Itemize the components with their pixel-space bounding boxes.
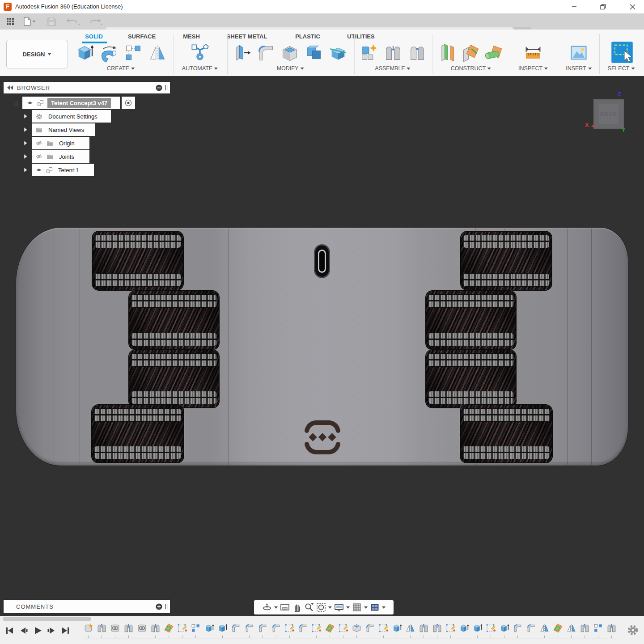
timeline-feature-extrude[interactable] — [216, 623, 229, 638]
offset-plane-icon[interactable] — [437, 43, 457, 63]
timeline-feature-sketch[interactable] — [336, 623, 350, 638]
model-device-body[interactable] — [16, 228, 628, 466]
radio-target-icon[interactable] — [125, 99, 132, 106]
split-body-icon[interactable] — [328, 43, 348, 63]
group-create[interactable]: CREATE — [107, 65, 135, 72]
viewcube[interactable]: BACK — [593, 99, 624, 129]
close-button[interactable] — [623, 0, 642, 13]
expand-caret-icon[interactable] — [23, 167, 28, 173]
chevron-down-icon[interactable] — [382, 606, 386, 609]
group-automate[interactable]: AUTOMATE — [182, 65, 218, 72]
grip-pad-right-mid-upper[interactable] — [426, 291, 516, 349]
timeline-feature-fillet[interactable] — [269, 623, 283, 638]
timeline-feature-mirror[interactable] — [538, 623, 551, 638]
step-forward-icon[interactable] — [46, 625, 57, 636]
group-assemble[interactable]: ASSEMBLE — [375, 65, 410, 72]
grip-pad-right-mid-lower[interactable] — [426, 350, 516, 407]
comments-panel-header[interactable]: COMMENTS — [4, 600, 170, 613]
grip-pad-right-bottom[interactable] — [461, 405, 552, 462]
zoom-icon[interactable] — [304, 602, 314, 612]
timeline-feature-fillet[interactable] — [524, 623, 538, 638]
expand-caret-icon[interactable] — [23, 140, 28, 146]
timeline-feature-mirror[interactable] — [403, 623, 417, 638]
group-select[interactable]: SELECT — [608, 65, 635, 72]
joint-icon[interactable] — [383, 43, 403, 63]
group-inspect[interactable]: INSPECT — [518, 65, 548, 72]
grip-pad-left-mid-lower[interactable] — [129, 350, 219, 407]
timeline-feature-joint[interactable] — [122, 623, 135, 638]
timeline-feature-rigid-group[interactable] — [135, 623, 148, 638]
timeline-feature-extrude[interactable] — [497, 623, 511, 638]
tab-utilities[interactable]: UTILITIES — [347, 33, 374, 40]
timeline-feature-joint[interactable] — [430, 623, 444, 638]
fillet-icon[interactable] — [256, 43, 275, 63]
display-settings-icon[interactable] — [334, 602, 344, 612]
restore-button[interactable] — [593, 0, 613, 13]
timeline-feature-sketch[interactable] — [444, 623, 457, 638]
timeline-feature-sketch[interactable] — [175, 623, 189, 638]
root-expand-icon[interactable] — [12, 99, 19, 106]
timeline-feature-fillet[interactable] — [296, 623, 309, 638]
look-at-icon[interactable] — [280, 602, 290, 612]
chevron-down-icon[interactable] — [328, 606, 332, 609]
as-built-joint-icon[interactable] — [407, 43, 427, 63]
visibility-off-eye-icon[interactable] — [36, 153, 42, 160]
undo-button[interactable] — [64, 13, 83, 30]
insert-image-icon[interactable] — [569, 43, 589, 63]
visibility-off-eye-icon[interactable] — [36, 140, 42, 146]
timeline-feature-joint[interactable] — [148, 623, 162, 638]
app-grid-icon[interactable] — [4, 13, 17, 30]
timeline-feature-mirror[interactable] — [564, 623, 578, 638]
group-modify[interactable]: MODIFY — [277, 65, 304, 72]
save-icon[interactable] — [45, 13, 58, 30]
panel-resize-handle[interactable] — [165, 603, 168, 610]
grip-pad-left-top[interactable] — [93, 232, 183, 290]
axis-icon[interactable] — [484, 43, 504, 63]
go-to-start-icon[interactable] — [4, 625, 15, 636]
browser-panel-header[interactable]: BROWSER — [4, 82, 170, 93]
timeline-feature-new-component[interactable] — [81, 623, 95, 638]
group-insert[interactable]: INSERT — [566, 65, 592, 72]
step-back-icon[interactable] — [18, 625, 29, 636]
automate-bot-icon[interactable] — [190, 43, 210, 63]
grip-pad-left-mid-upper[interactable] — [129, 291, 219, 349]
timeline-feature-fillet[interactable] — [229, 623, 242, 638]
expand-caret-icon[interactable] — [23, 114, 28, 119]
new-component-icon[interactable] — [359, 43, 379, 63]
measure-icon[interactable] — [523, 43, 543, 63]
chevron-down-icon[interactable] — [364, 606, 368, 609]
redo-button[interactable] — [86, 13, 106, 30]
browser-root-node[interactable]: Tetent Concept3 v47 — [22, 97, 120, 109]
browser-node-tetent-1[interactable]: Tetent:1 — [32, 164, 94, 176]
extrude-icon[interactable] — [75, 43, 95, 63]
timeline-feature-fillet[interactable] — [242, 623, 256, 638]
go-to-end-icon[interactable] — [60, 625, 71, 636]
revolve-icon[interactable] — [99, 43, 119, 63]
timeline-feature-sketch[interactable] — [377, 623, 390, 638]
grip-pad-right-top[interactable] — [461, 232, 551, 290]
grid-snaps-icon[interactable] — [352, 602, 362, 612]
pattern-icon[interactable] — [123, 43, 143, 63]
orbit-icon[interactable] — [262, 602, 272, 612]
fit-icon[interactable] — [316, 602, 326, 612]
timeline-feature-shell[interactable] — [350, 623, 363, 638]
timeline-feature-joint[interactable] — [578, 623, 591, 638]
activate-component-radio[interactable] — [122, 97, 135, 109]
timeline-feature-sketch[interactable] — [283, 623, 296, 638]
timeline-scrollbar[interactable] — [3, 617, 91, 621]
timeline-feature-extrude[interactable] — [470, 623, 484, 638]
timeline-feature-fillet[interactable] — [511, 623, 524, 638]
viewport-canvas[interactable] — [0, 76, 644, 616]
panel-resize-handle[interactable] — [165, 85, 168, 91]
timeline-feature-joint[interactable] — [95, 623, 108, 638]
tab-sheet-metal[interactable]: SHEET METAL — [227, 33, 267, 40]
timeline-feature-fillet[interactable] — [363, 623, 377, 638]
timeline-feature-plane[interactable] — [323, 623, 336, 638]
timeline-feature-joint[interactable] — [605, 623, 618, 638]
combine-icon[interactable] — [304, 43, 324, 63]
midplane-icon[interactable] — [461, 43, 480, 63]
tab-mesh[interactable]: MESH — [183, 33, 200, 40]
timeline-settings-gear-icon[interactable] — [627, 624, 639, 636]
visibility-eye-icon[interactable] — [27, 100, 33, 106]
minimize-button[interactable] — [564, 0, 584, 13]
